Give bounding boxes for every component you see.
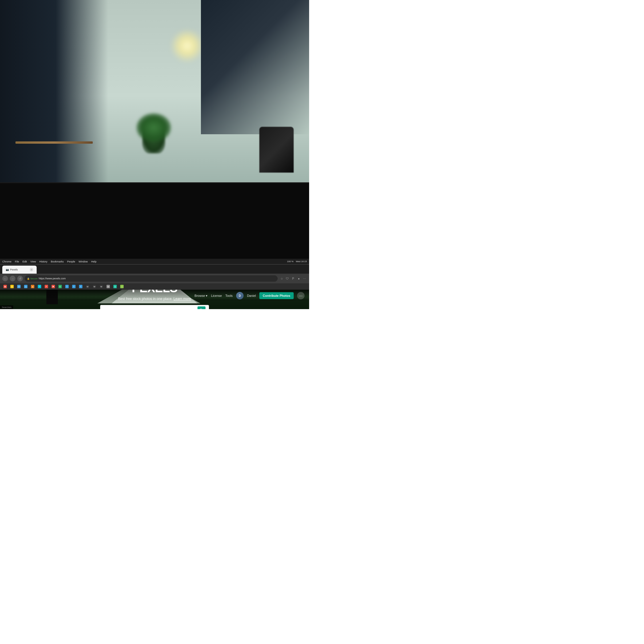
bookmark-medium3[interactable]: M — [98, 284, 104, 289]
toolbar-icons-group: ☆ 🛡 P ● ⋯ — [279, 276, 307, 281]
browser-toolbar: ← → ↺ 🔒 Secure https://www.pexels.com ☆ … — [0, 274, 309, 283]
shield-icon: 🛡 — [285, 276, 290, 281]
bookmark-t1[interactable]: T — [64, 284, 70, 289]
monitor-frame: Chrome File Edit View History Bookmarks … — [0, 182, 309, 309]
browser-window: Chrome File Edit View History Bookmarks … — [0, 259, 309, 309]
bookmark-cal2[interactable]: 21 — [23, 284, 29, 289]
office-plant — [142, 119, 165, 153]
tab-close-button[interactable]: × — [30, 268, 33, 271]
pexels-more-button[interactable]: ··· — [297, 292, 305, 299]
bookmark-icon-m: M — [3, 285, 7, 288]
menubar-battery: 100 % — [287, 260, 294, 263]
search-placeholder-text: Search for free photos... — [104, 309, 195, 309]
office-chair — [259, 127, 294, 173]
pexels-logo: PEXELS — [31, 290, 278, 295]
more-tools-button[interactable]: ⋯ — [302, 276, 307, 281]
menubar-right: 100 % Wed 16:15 — [287, 260, 307, 263]
menubar-window[interactable]: Window — [78, 260, 88, 263]
browser-status-bar: Searches — [0, 305, 13, 309]
pexels-search-bar[interactable]: Search for free photos... 🔍 — [100, 305, 209, 309]
bookmark-google-drive[interactable]: G — [9, 284, 15, 289]
pexels-hero-content: PEXELS Best free stock photos in one pla… — [31, 290, 278, 309]
bookmark-t2[interactable]: T — [71, 284, 77, 289]
url-text[interactable]: https://www.pexels.com — [39, 277, 66, 280]
menubar-edit[interactable]: Edit — [23, 260, 27, 263]
menubar-clock: Wed 16:15 — [296, 260, 307, 263]
bookmark-gmail[interactable]: M — [2, 284, 8, 289]
secure-indicator: 🔒 Secure — [27, 277, 37, 280]
pinterest-icon[interactable]: P — [291, 276, 295, 281]
office-dark-area — [201, 0, 309, 134]
search-icon: 🔍 — [199, 308, 204, 309]
bookmark-circle[interactable]: ○ — [119, 284, 125, 289]
bookmarks-bar: M G 20 21 ● T P ▶ E — [0, 283, 309, 290]
bookmark-spotify[interactable]: S — [112, 284, 118, 289]
bookmark-t3[interactable]: T — [78, 284, 84, 289]
bookmark-wakatime[interactable]: W — [105, 284, 111, 289]
pexels-tagline: Best free stock photos in one place. Lea… — [31, 297, 278, 301]
lock-icon: 🔒 — [27, 277, 30, 280]
menubar-people[interactable]: People — [67, 260, 75, 263]
tab-favicon: 📷 — [6, 268, 9, 271]
bookmark-cal1[interactable]: 20 — [16, 284, 22, 289]
bookmark-youtube[interactable]: ▶ — [50, 284, 56, 289]
bookmark-orange[interactable]: ● — [30, 284, 35, 289]
reload-button[interactable]: ↺ — [17, 276, 23, 281]
bookmark-star-icon[interactable]: ☆ — [279, 276, 284, 281]
menubar-file[interactable]: File — [15, 260, 19, 263]
bookmark-medium1[interactable]: M — [85, 284, 90, 289]
secure-label: Secure — [30, 277, 37, 280]
ext-icon-1[interactable]: ● — [297, 276, 301, 281]
learn-more-link[interactable]: Learn more — [173, 297, 191, 301]
office-window-light — [170, 29, 204, 63]
office-background-photo — [0, 0, 309, 192]
active-tab[interactable]: 📷 Pexels × — [2, 266, 37, 274]
bookmark-medium2[interactable]: M — [92, 284, 97, 289]
back-button[interactable]: ← — [2, 276, 8, 281]
search-submit-button[interactable]: 🔍 — [197, 306, 206, 309]
tab-title: Pexels — [10, 268, 18, 271]
menubar-view[interactable]: View — [30, 260, 36, 263]
address-bar[interactable]: 🔒 Secure https://www.pexels.com — [25, 275, 278, 282]
bookmark-pdf[interactable]: P — [44, 284, 49, 289]
menubar-bookmarks[interactable]: Bookmarks — [51, 260, 64, 263]
menubar-help[interactable]: Help — [91, 260, 96, 263]
mac-menubar: Chrome File Edit View History Bookmarks … — [0, 259, 309, 264]
forward-button[interactable]: → — [10, 276, 15, 281]
searches-label: Searches — [2, 306, 11, 309]
bookmark-excel[interactable]: E — [57, 284, 63, 289]
office-table — [15, 141, 93, 144]
menubar-app-name[interactable]: Chrome — [2, 260, 11, 263]
pexels-hero-section: Browse ▾ License Tools D Daniel Contribu… — [0, 290, 309, 309]
bookmark-telegram[interactable]: T — [37, 284, 42, 289]
pexels-website: Browse ▾ License Tools D Daniel Contribu… — [0, 290, 309, 309]
browser-tabs: 📷 Pexels × — [0, 264, 309, 274]
menubar-history[interactable]: History — [39, 260, 47, 263]
